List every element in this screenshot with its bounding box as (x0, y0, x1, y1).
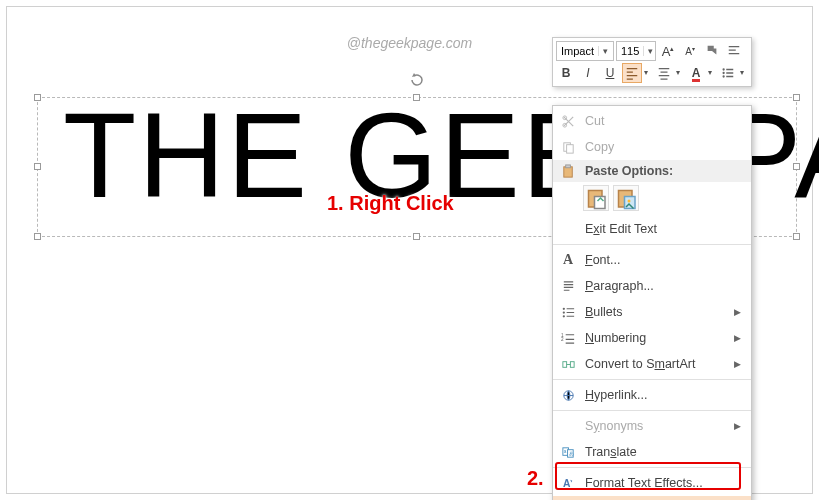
svg-text:A: A (562, 478, 570, 489)
menu-numbering[interactable]: 12 Numbering ▶ (553, 325, 751, 351)
menu-label: Cut (585, 114, 741, 128)
svg-text:2: 2 (561, 337, 564, 342)
chevron-right-icon: ▶ (734, 421, 741, 431)
menu-paragraph[interactable]: Paragraph... (553, 273, 751, 299)
hyperlink-icon (557, 388, 579, 403)
align-button[interactable] (724, 41, 744, 61)
svg-point-2 (722, 75, 724, 77)
menu-label: Exit Edit Text (585, 222, 741, 236)
copy-icon (557, 140, 579, 155)
menu-copy[interactable]: Copy (553, 134, 751, 160)
svg-point-16 (562, 315, 564, 317)
increase-font-button[interactable]: A▴ (658, 41, 678, 61)
font-icon: A (557, 252, 579, 268)
decrease-font-button[interactable]: A▾ (680, 41, 700, 61)
chevron-down-icon[interactable]: ▾ (644, 68, 652, 79)
svg-rect-7 (563, 166, 571, 176)
bold-button[interactable]: B (556, 63, 576, 83)
scissors-icon (557, 114, 579, 129)
menu-label: Bullets (585, 305, 728, 319)
font-name-combo[interactable]: Impact ▾ (556, 41, 614, 61)
font-name-value: Impact (557, 45, 598, 57)
menu-separator (553, 467, 751, 468)
paste-picture-button[interactable] (613, 185, 639, 211)
chevron-down-icon[interactable]: ▾ (740, 68, 748, 79)
paste-icon (557, 164, 579, 179)
context-menu: Cut Copy Paste Options: Exit Edit Text A… (552, 105, 752, 500)
italic-button[interactable]: I (578, 63, 598, 83)
menu-paste-header: Paste Options: (553, 160, 751, 182)
svg-point-13 (628, 200, 631, 203)
paragraph-icon (557, 279, 579, 294)
annotation-step2: 2. (527, 467, 544, 490)
svg-rect-20 (570, 361, 574, 367)
menu-cut[interactable]: Cut (553, 108, 751, 134)
numbering-icon: 12 (557, 331, 579, 346)
underline-button[interactable]: U (600, 63, 620, 83)
svg-point-14 (562, 307, 564, 309)
resize-handle[interactable] (34, 94, 41, 101)
smartart-icon (557, 357, 579, 372)
menu-label: Hyperlink... (585, 388, 741, 402)
font-color-button[interactable]: A (686, 63, 706, 83)
menu-smartart[interactable]: Convert to SmartArt ▶ (553, 351, 751, 377)
font-size-value: 115 (617, 45, 643, 57)
align-center-button[interactable] (654, 63, 674, 83)
chevron-down-icon[interactable]: ▾ (708, 68, 716, 79)
watermark: @thegeekpage.com (347, 35, 473, 51)
chevron-down-icon: ▾ (643, 46, 655, 56)
svg-text:a: a (563, 449, 566, 454)
resize-handle[interactable] (413, 233, 420, 240)
chevron-right-icon: ▶ (734, 307, 741, 317)
paste-options-row (553, 182, 751, 216)
text-effects-icon: A (557, 476, 579, 491)
menu-label: Numbering (585, 331, 728, 345)
menu-synonyms[interactable]: Synonyms ▶ (553, 413, 751, 439)
menu-label: Synonyms (585, 419, 728, 433)
svg-point-15 (562, 311, 564, 313)
align-left-button[interactable] (622, 63, 642, 83)
format-painter-button[interactable] (702, 41, 722, 61)
menu-translate[interactable]: aあ Translate (553, 439, 751, 465)
menu-format-shape[interactable]: Format Shape... (553, 496, 751, 500)
menu-bullets[interactable]: Bullets ▶ (553, 299, 751, 325)
menu-label: Paragraph... (585, 279, 741, 293)
menu-hyperlink[interactable]: Hyperlink... (553, 382, 751, 408)
svg-point-0 (722, 68, 724, 70)
chevron-down-icon[interactable]: ▾ (676, 68, 684, 79)
menu-separator (553, 244, 751, 245)
annotation-step1: 1. Right Click (327, 192, 454, 215)
font-size-combo[interactable]: 115 ▾ (616, 41, 656, 61)
svg-point-1 (722, 72, 724, 74)
bullets-icon (557, 305, 579, 320)
svg-rect-19 (562, 361, 566, 367)
resize-handle[interactable] (793, 233, 800, 240)
menu-label: Translate (585, 445, 741, 459)
menu-separator (553, 379, 751, 380)
chevron-right-icon: ▶ (734, 333, 741, 343)
menu-label: Format Text Effects... (585, 476, 741, 490)
svg-rect-6 (566, 144, 573, 152)
svg-text:あ: あ (568, 451, 573, 456)
paste-keep-source-button[interactable] (583, 185, 609, 211)
menu-separator (553, 410, 751, 411)
mini-toolbar: Impact ▾ 115 ▾ A▴ A▾ B I U ▾ (552, 37, 752, 87)
svg-rect-8 (565, 164, 570, 167)
menu-label: Font... (585, 253, 741, 267)
menu-label: Convert to SmartArt (585, 357, 728, 371)
menu-label: Paste Options: (585, 164, 741, 178)
bullets-button[interactable] (718, 63, 738, 83)
resize-handle[interactable] (34, 233, 41, 240)
menu-font[interactable]: A Font... (553, 247, 751, 273)
menu-text-effects[interactable]: A Format Text Effects... (553, 470, 751, 496)
translate-icon: aあ (557, 445, 579, 460)
menu-exit-edit-text[interactable]: Exit Edit Text (553, 216, 751, 242)
menu-label: Copy (585, 140, 741, 154)
chevron-right-icon: ▶ (734, 359, 741, 369)
chevron-down-icon: ▾ (598, 46, 610, 56)
resize-handle[interactable] (34, 163, 41, 170)
